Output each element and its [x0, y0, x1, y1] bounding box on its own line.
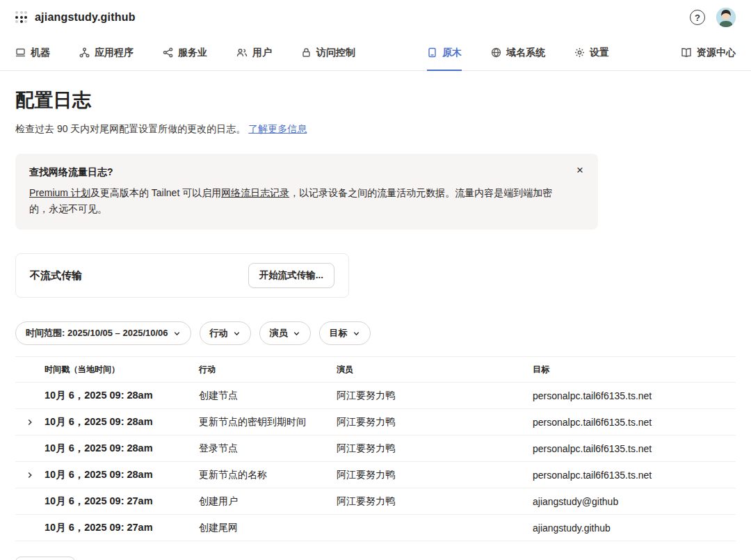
col-header-timestamp: 时间戳（当地时间） — [45, 357, 199, 382]
export-logs-button[interactable]: 导出日志 — [15, 557, 75, 560]
table-row: 10月 6，2025 09: 28am 登录节点 阿江要努力鸭 personal… — [15, 435, 736, 461]
lock-icon — [301, 47, 312, 58]
log-action: 更新节点的密钥到期时间 — [199, 410, 337, 435]
globe-icon — [491, 47, 501, 58]
org-name: ajiangstudy.github — [35, 11, 136, 24]
log-target: personalpc.tail6f6135.ts.net — [533, 463, 736, 487]
log-actor: 阿江要努力鸭 — [337, 410, 533, 435]
log-target: ajiangstudy.github — [533, 516, 736, 540]
resource-center-label: 资源中心 — [697, 47, 736, 59]
col-header-target: 目标 — [533, 357, 736, 382]
tab-label: 应用程序 — [95, 47, 134, 59]
log-actor — [337, 522, 533, 534]
log-action: 创建用户 — [199, 489, 337, 514]
premium-plan-link[interactable]: Premium 计划 — [29, 187, 90, 198]
avatar[interactable] — [716, 8, 736, 27]
flow-logs-banner: 查找网络流量日志? Premium 计划及更高版本的 Tailnet 可以启用网… — [15, 154, 598, 230]
network-flow-logs-link[interactable]: 网络流日志记录 — [221, 187, 289, 198]
action-filter[interactable]: 行动 — [200, 321, 251, 345]
logs-icon — [427, 47, 437, 58]
actor-filter-label: 演员 — [270, 327, 288, 339]
target-filter[interactable]: 目标 — [319, 321, 371, 345]
log-actor: 阿江要努力鸭 — [337, 463, 533, 488]
start-streaming-button[interactable]: 开始流式传输... — [248, 263, 334, 288]
log-filters: 时间范围: 2025/10/05 – 2025/10/06 行动 演员 目标 — [15, 321, 736, 345]
book-icon — [681, 47, 692, 58]
date-range-filter[interactable]: 时间范围: 2025/10/05 – 2025/10/06 — [15, 321, 191, 345]
log-action: 创建尾网 — [199, 515, 337, 541]
avatar-image — [716, 8, 736, 27]
main-nav: 机器 应用程序 服务业 用户 访问控制 原木 — [0, 35, 751, 71]
col-header-actor: 演员 — [337, 357, 533, 382]
col-header-action: 行动 — [199, 357, 337, 382]
page-title: 配置日志 — [15, 88, 736, 113]
log-timestamp: 10月 6，2025 09: 28am — [45, 383, 199, 408]
log-target: ajiangstudy@github — [533, 490, 736, 513]
log-timestamp: 10月 6，2025 09: 27am — [45, 515, 199, 541]
tab-label: 域名系统 — [506, 47, 545, 59]
log-actor: 阿江要努力鸭 — [337, 383, 533, 408]
chevron-down-icon — [353, 330, 360, 337]
top-bar: ajiangstudy.github ? — [0, 0, 751, 35]
users-icon — [236, 47, 248, 58]
log-timestamp: 10月 6，2025 09: 28am — [45, 409, 199, 435]
banner-text-mid: 及更高版本的 Tailnet 可以启用 — [90, 187, 221, 198]
log-target: personalpc.tail6f6135.ts.net — [533, 437, 736, 461]
tab-machines[interactable]: 机器 — [15, 35, 50, 70]
chevron-down-icon — [173, 330, 181, 337]
expand-row-icon[interactable] — [15, 409, 45, 435]
table-header-row: 时间戳（当地时间） 行动 演员 目标 — [15, 356, 736, 382]
tailscale-logo-icon — [15, 11, 28, 24]
actor-filter[interactable]: 演员 — [259, 321, 311, 345]
table-row: 10月 6，2025 09: 27am 创建尾网 ajiangstudy.git… — [15, 514, 736, 541]
resource-center-link[interactable]: 资源中心 — [681, 35, 736, 70]
tab-services[interactable]: 服务业 — [163, 35, 207, 70]
banner-body: Premium 计划及更高版本的 Tailnet 可以启用网络流日志记录，以记录… — [29, 185, 558, 217]
tab-logs[interactable]: 原木 — [427, 35, 462, 70]
log-timestamp: 10月 6，2025 09: 27am — [45, 488, 199, 514]
config-log-table: 时间戳（当地时间） 行动 演员 目标 10月 6，2025 09: 28am 创… — [15, 356, 736, 541]
tab-access-controls[interactable]: 访问控制 — [301, 35, 355, 70]
chevron-down-icon — [233, 330, 241, 337]
services-icon — [163, 47, 173, 58]
log-action: 创建节点 — [199, 383, 337, 408]
tab-dns[interactable]: 域名系统 — [491, 35, 545, 70]
gear-icon — [574, 47, 585, 58]
log-action: 更新节点的名称 — [199, 463, 337, 488]
date-range-label: 时间范围: 2025/10/05 – 2025/10/06 — [26, 327, 168, 339]
banner-title: 查找网络流量日志? — [29, 166, 584, 179]
page-subtitle: 检查过去 90 天内对尾网配置设置所做的更改的日志。 了解更多信息 — [15, 123, 736, 136]
machines-icon — [15, 47, 26, 58]
table-row: 10月 6，2025 09: 28am 更新节点的名称 阿江要努力鸭 perso… — [15, 461, 736, 488]
target-filter-label: 目标 — [330, 327, 348, 339]
log-target: personalpc.tail6f6135.ts.net — [533, 410, 736, 434]
tab-label: 用户 — [252, 47, 272, 59]
log-timestamp: 10月 6，2025 09: 28am — [45, 462, 199, 488]
table-row: 10月 6，2025 09: 27am 创建用户 阿江要努力鸭 ajiangst… — [15, 488, 736, 514]
table-row: 10月 6，2025 09: 28am 更新节点的密钥到期时间 阿江要努力鸭 p… — [15, 408, 736, 435]
tab-users[interactable]: 用户 — [236, 35, 272, 70]
learn-more-link[interactable]: 了解更多信息 — [248, 123, 307, 134]
banner-close-icon[interactable]: × — [573, 163, 587, 177]
log-actor: 阿江要努力鸭 — [337, 436, 533, 461]
streaming-card: 不流式传输 开始流式传输... — [15, 253, 349, 298]
table-row: 10月 6，2025 09: 28am 创建节点 阿江要努力鸭 personal… — [15, 382, 736, 408]
action-filter-label: 行动 — [210, 327, 228, 339]
log-target: personalpc.tail6f6135.ts.net — [533, 384, 736, 408]
chevron-down-icon — [293, 330, 300, 337]
log-action: 登录节点 — [199, 436, 337, 461]
log-actor: 阿江要努力鸭 — [337, 489, 533, 514]
tab-label: 设置 — [590, 47, 609, 59]
tab-label: 访问控制 — [316, 47, 355, 59]
apps-icon — [79, 47, 90, 58]
subtitle-text: 检查过去 90 天内对尾网配置设置所做的更改的日志。 — [15, 123, 245, 134]
tab-label: 服务业 — [178, 47, 207, 59]
streaming-status: 不流式传输 — [30, 269, 82, 282]
tab-label: 原木 — [442, 47, 462, 59]
tab-settings[interactable]: 设置 — [574, 35, 609, 70]
log-timestamp: 10月 6，2025 09: 28am — [45, 435, 199, 461]
help-icon[interactable]: ? — [690, 10, 705, 25]
tab-label: 机器 — [31, 47, 50, 59]
expand-row-icon[interactable] — [15, 462, 45, 488]
tab-apps[interactable]: 应用程序 — [79, 35, 134, 70]
